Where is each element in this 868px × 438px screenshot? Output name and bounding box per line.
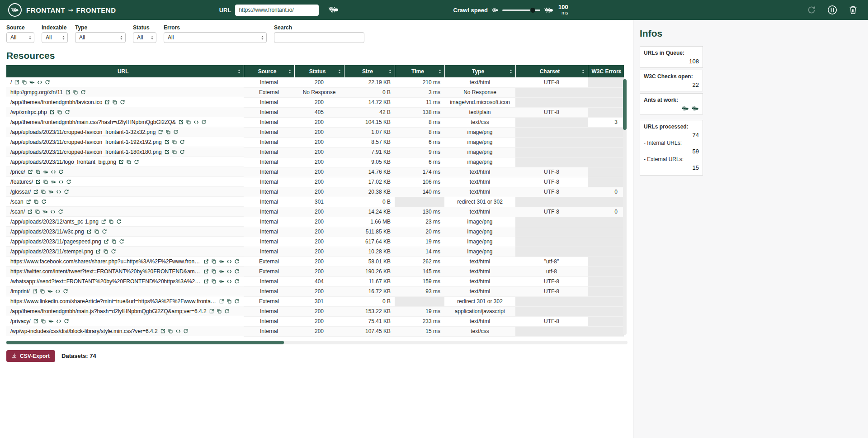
resource-url-link[interactable]: /app/themes/frontendgmbh/favicon.ico: [10, 99, 102, 105]
copy-icon[interactable]: [226, 299, 232, 304]
open-external-icon[interactable]: [203, 269, 209, 274]
resource-url-link[interactable]: /app/uploads/2023/11/cropped-favicon_fro…: [10, 149, 162, 155]
resource-url-link[interactable]: https://twitter.com/intent/tweet?text=FR…: [10, 268, 201, 275]
recrawl-icon[interactable]: [134, 159, 139, 165]
resource-url-link[interactable]: /app/uploads/2023/11/cropped-favicon_fro…: [10, 139, 162, 145]
copy-icon[interactable]: [43, 179, 48, 185]
column-header-url[interactable]: URL: [6, 65, 244, 77]
crawl-ant-icon[interactable]: [43, 169, 48, 175]
copy-icon[interactable]: [41, 319, 46, 324]
copy-icon[interactable]: [186, 119, 191, 125]
crawl-ant-icon[interactable]: [219, 269, 224, 274]
recrawl-icon[interactable]: [183, 328, 189, 334]
crawl-ant-icon[interactable]: [219, 259, 224, 264]
open-external-icon[interactable]: [101, 219, 106, 224]
filter-indexable-select[interactable]: All: [42, 32, 68, 43]
view-code-icon[interactable]: [37, 80, 42, 85]
filter-type-select[interactable]: All: [75, 32, 126, 43]
resource-url-link[interactable]: /scan/: [10, 209, 25, 215]
view-code-icon[interactable]: [51, 169, 56, 175]
resource-url-link[interactable]: /app/uploads/2023/11/w3c.png: [10, 229, 84, 235]
open-external-icon[interactable]: [86, 229, 92, 234]
column-header-type[interactable]: Type: [444, 65, 515, 77]
resource-url-link[interactable]: https://www.facebook.com/sharer/sharer.p…: [10, 258, 201, 265]
open-external-icon[interactable]: [95, 249, 101, 254]
crawl-ant-icon[interactable]: [48, 189, 54, 195]
resource-url-link[interactable]: /app/uploads/2023/11/logo_frontant_big.p…: [10, 159, 116, 165]
recrawl-icon[interactable]: [64, 189, 69, 195]
copy-icon[interactable]: [112, 100, 118, 105]
open-external-icon[interactable]: [65, 90, 71, 95]
copy-icon[interactable]: [111, 239, 117, 244]
crawl-ant-icon[interactable]: [51, 179, 56, 185]
copy-icon[interactable]: [168, 328, 173, 334]
view-code-icon[interactable]: [56, 189, 61, 195]
column-header-charset[interactable]: Charset: [515, 65, 588, 77]
filter-status-select[interactable]: All: [133, 32, 156, 43]
resource-url-link[interactable]: /whatsapp://send?text=FRONTANT%20by%20FR…: [10, 278, 201, 285]
resource-url-link[interactable]: /glossar/: [10, 189, 31, 195]
open-external-icon[interactable]: [209, 309, 214, 314]
resource-url-link[interactable]: /app/uploads/2023/12/ants_pc-1.png: [10, 219, 99, 225]
open-external-icon[interactable]: [164, 149, 170, 155]
sort-icon[interactable]: [581, 69, 585, 74]
resource-url-link[interactable]: /wp/wp-includes/css/dist/block-library/s…: [10, 328, 158, 334]
copy-icon[interactable]: [211, 269, 217, 274]
resource-url-link[interactable]: /app/themes/frontendgmbh/main.css?hash=d…: [10, 119, 176, 125]
copy-icon[interactable]: [172, 139, 177, 145]
open-external-icon[interactable]: [28, 169, 33, 175]
crawl-ant-icon[interactable]: [42, 209, 48, 214]
open-external-icon[interactable]: [35, 179, 41, 185]
recrawl-icon[interactable]: [58, 169, 64, 175]
recrawl-icon[interactable]: [120, 100, 125, 105]
sort-icon[interactable]: [509, 69, 513, 74]
open-external-icon[interactable]: [158, 129, 163, 135]
view-code-icon[interactable]: [56, 319, 61, 324]
copy-icon[interactable]: [40, 289, 45, 294]
recrawl-icon[interactable]: [102, 229, 107, 234]
copy-icon[interactable]: [94, 229, 99, 234]
search-input[interactable]: [274, 32, 364, 43]
copy-icon[interactable]: [172, 149, 177, 155]
copy-icon[interactable]: [103, 249, 108, 254]
resource-url-link[interactable]: https://www.linkedin.com/shareArticle?mi…: [10, 298, 217, 305]
resource-url-link[interactable]: /app/themes/frontendgmbh/main.js?hash=d2…: [10, 308, 207, 314]
copy-icon[interactable]: [35, 169, 41, 175]
resource-url-link[interactable]: /app/uploads/2023/11/pagespeed.png: [10, 238, 101, 245]
column-header-time[interactable]: Time: [395, 65, 444, 77]
recrawl-icon[interactable]: [65, 110, 70, 115]
recrawl-icon[interactable]: [234, 279, 240, 284]
recrawl-icon[interactable]: [66, 179, 71, 185]
copy-icon[interactable]: [126, 159, 132, 165]
recrawl-icon[interactable]: [234, 269, 240, 274]
resource-url-link[interactable]: /privacy/: [10, 318, 31, 324]
recrawl-icon[interactable]: [201, 119, 207, 125]
vertical-scrollbar[interactable]: [623, 79, 627, 335]
resource-url-link[interactable]: /app/uploads/2023/11/cropped-favicon_fro…: [10, 129, 156, 135]
open-external-icon[interactable]: [14, 80, 19, 85]
recrawl-icon[interactable]: [234, 299, 240, 304]
open-external-icon[interactable]: [33, 319, 38, 324]
open-external-icon[interactable]: [32, 289, 38, 294]
open-external-icon[interactable]: [203, 279, 209, 284]
open-external-icon[interactable]: [49, 110, 55, 115]
filter-source-select[interactable]: All: [6, 32, 34, 43]
view-code-icon[interactable]: [50, 209, 56, 214]
copy-icon[interactable]: [211, 259, 217, 264]
view-code-icon[interactable]: [226, 259, 232, 264]
open-external-icon[interactable]: [33, 189, 38, 195]
open-external-icon[interactable]: [219, 299, 224, 304]
view-code-icon[interactable]: [58, 179, 64, 185]
open-external-icon[interactable]: [27, 209, 33, 214]
copy-icon[interactable]: [108, 219, 114, 224]
open-external-icon[interactable]: [104, 239, 109, 244]
crawl-ant-icon[interactable]: [48, 319, 54, 324]
crawl-ant-icon[interactable]: [47, 289, 53, 294]
view-code-icon[interactable]: [55, 289, 61, 294]
reload-button[interactable]: [807, 5, 816, 15]
copy-icon[interactable]: [73, 90, 78, 95]
recrawl-icon[interactable]: [173, 129, 179, 135]
open-external-icon[interactable]: [164, 139, 170, 145]
sort-icon[interactable]: [388, 69, 392, 74]
recrawl-icon[interactable]: [116, 219, 122, 224]
